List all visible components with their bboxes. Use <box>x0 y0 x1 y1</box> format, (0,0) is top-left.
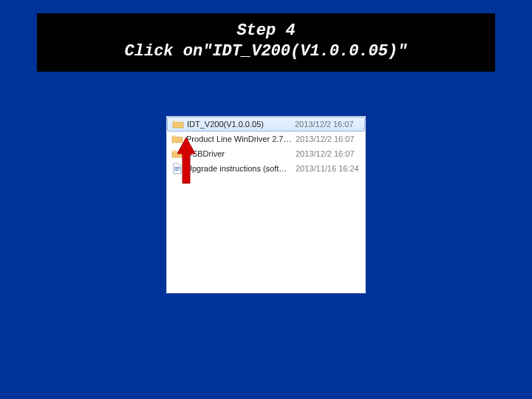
file-name: Product Line WinDriver 2.77.05.00(De... <box>186 134 296 143</box>
file-row-windriver[interactable]: Product Line WinDriver 2.77.05.00(De... … <box>167 132 365 146</box>
file-row-usbdriver[interactable]: USBDriver 2013/12/2 16:07 <box>167 146 365 161</box>
document-icon <box>171 163 183 174</box>
file-row-idt-v200[interactable]: IDT_V200(V1.0.0.05) 2013/12/2 16:07 <box>167 117 365 132</box>
svg-rect-1 <box>175 168 180 169</box>
file-date: 2013/12/2 16:07 <box>295 120 364 129</box>
file-row-upgrade-doc[interactable]: Upgrade instructions (software)_V1.3 201… <box>167 161 365 176</box>
instruction-header: Step 4 Click on"IDT_V200(V1.0.0.05)" <box>37 13 495 72</box>
folder-icon <box>171 148 183 160</box>
svg-rect-2 <box>175 170 179 171</box>
file-date: 2013/12/2 16:07 <box>296 134 365 143</box>
step-number: Step 4 <box>37 21 495 41</box>
file-name: USBDriver <box>186 149 296 158</box>
step-text: Click on"IDT_V200(V1.0.0.05)" <box>37 41 495 62</box>
file-name: Upgrade instructions (software)_V1.3 <box>186 164 296 173</box>
file-date: 2013/11/16 16:24 <box>296 164 365 173</box>
folder-icon <box>171 133 183 145</box>
svg-rect-0 <box>175 167 180 168</box>
folder-icon <box>172 118 184 130</box>
file-explorer-pane: IDT_V200(V1.0.0.05) 2013/12/2 16:07 Prod… <box>166 116 366 293</box>
file-date: 2013/12/2 16:07 <box>296 149 365 158</box>
file-name: IDT_V200(V1.0.0.05) <box>187 120 295 129</box>
